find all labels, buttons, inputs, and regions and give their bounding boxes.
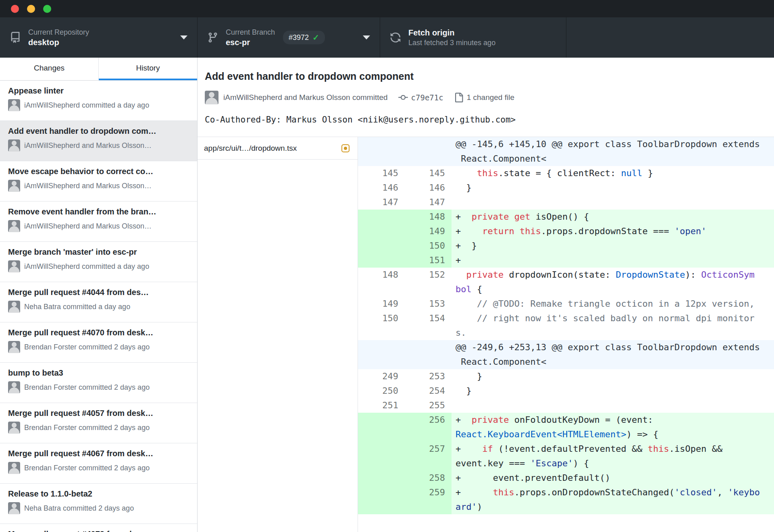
commit-title: Merge pull request #4067 from desk… <box>8 448 189 459</box>
commit-list-item[interactable]: Appease linter iAmWillShepherd committed… <box>0 81 197 121</box>
old-line-number <box>358 471 405 485</box>
old-line-number <box>358 340 405 369</box>
diff-row-context: 148152 private dropdownIcon(state: Dropd… <box>358 268 774 297</box>
new-line-number: 146 <box>405 181 452 195</box>
main-pane: Add event handler to dropdown component … <box>198 58 774 532</box>
tab-history[interactable]: History <box>99 58 197 80</box>
diff-code-line: } <box>452 181 774 195</box>
content: Changes History Appease linter iAmWillSh… <box>0 58 774 532</box>
current-repository-button[interactable]: Current Repository desktop <box>0 17 198 58</box>
avatar <box>8 502 20 514</box>
file-list-item[interactable]: app/src/ui/t…/dropdown.tsx <box>198 137 358 160</box>
ci-status-check-icon: ✓ <box>312 33 319 42</box>
commit-list-item[interactable]: Merge branch 'master' into esc-pr iAmWil… <box>0 242 197 282</box>
new-line-number <box>405 340 452 369</box>
diff-code-line: + private onFoldoutKeyDown = (event: Rea… <box>452 413 774 442</box>
new-line-number: 255 <box>405 398 452 413</box>
commit-meta-text: Neha Batra committed 2 days ago <box>24 504 134 513</box>
avatar <box>8 301 20 313</box>
avatar <box>8 139 20 152</box>
diff-code-line: // @TODO: Remake triangle octicon in a 1… <box>452 297 774 311</box>
fetch-origin-subtitle: Last fetched 3 minutes ago <box>408 38 495 48</box>
commit-meta-text: Neha Batra committed a day ago <box>24 303 130 311</box>
commit-title: Merge pull request #4072 from des… <box>8 529 189 532</box>
commit-committers: iAmWillShepherd and Markus Olsson commit… <box>223 93 388 102</box>
new-line-number: 254 <box>405 384 452 398</box>
titlebar <box>0 0 774 17</box>
commit-list-item[interactable]: Merge pull request #4057 from desk… Bren… <box>0 403 197 443</box>
avatar <box>8 260 20 272</box>
diff-code-line: this.state = { clientRect: null } <box>452 166 774 181</box>
diff-code-line: } <box>452 384 774 398</box>
fetch-origin-title: Fetch origin <box>408 27 495 38</box>
pr-number-badge[interactable]: #3972 ✓ <box>283 31 325 44</box>
diff-row-context: 250254 } <box>358 384 774 398</box>
diff-row-add: 148+ private get isOpen() { <box>358 210 774 224</box>
avatar <box>8 462 20 474</box>
repo-icon <box>10 32 21 43</box>
diff-row-context: 146146 } <box>358 181 774 195</box>
old-line-number: 249 <box>358 369 405 384</box>
avatar <box>8 422 20 434</box>
commit-list-item[interactable]: Add event handler to dropdown com… iAmWi… <box>0 121 197 161</box>
commit-meta: Brendan Forster committed 2 days ago <box>8 462 189 474</box>
diff-row-add: 259+ this.props.onDropdownStateChanged('… <box>358 485 774 514</box>
commit-detail-meta: iAmWillShepherd and Markus Olsson commit… <box>205 91 774 104</box>
new-line-number: 253 <box>405 369 452 384</box>
avatar <box>8 220 20 232</box>
diff-area: app/src/ui/t…/dropdown.tsx @@ -145,6 +14… <box>198 137 774 532</box>
file-path: app/src/ui/t…/dropdown.tsx <box>204 144 297 153</box>
new-line-number: 152 <box>405 268 452 297</box>
changed-files-count: 1 changed file <box>467 93 514 102</box>
avatar <box>8 381 20 393</box>
commit-list-item[interactable]: bump to beta3 Brendan Forster committed … <box>0 363 197 403</box>
new-line-number: 149 <box>405 224 452 239</box>
commit-list-item[interactable]: Merge pull request #4044 from des… Neha … <box>0 282 197 322</box>
fetch-origin-button[interactable]: Fetch origin Last fetched 3 minutes ago <box>380 17 566 58</box>
old-line-number <box>358 210 405 224</box>
commit-description: Co-Authored-By: Markus Olsson <niik@user… <box>205 115 774 125</box>
new-line-number: 259 <box>405 485 452 514</box>
current-repository-label: Current Repository <box>28 27 89 37</box>
old-line-number <box>358 442 405 471</box>
tab-changes[interactable]: Changes <box>0 58 99 80</box>
old-line-number: 145 <box>358 166 405 181</box>
commit-title: Merge pull request #4070 from desk… <box>8 327 189 338</box>
diff-row-add: 151+ <box>358 253 774 268</box>
commit-list-item[interactable]: Move escape behavior to correct co… iAmW… <box>0 161 197 202</box>
diff-row-add: 150+ } <box>358 239 774 253</box>
diff-code-line: + if (!event.defaultPrevented && this.is… <box>452 442 774 471</box>
commit-sha: c79e71c <box>411 93 443 102</box>
diff-row-hunk: @@ -249,6 +253,13 @@ export class Toolba… <box>358 340 774 369</box>
chevron-down-icon <box>180 35 187 39</box>
git-branch-icon <box>207 32 218 43</box>
diff-code-line: + private get isOpen() { <box>452 210 774 224</box>
current-branch-button[interactable]: Current Branch esc-pr #3972 ✓ <box>198 17 380 58</box>
diff-code-line: + event.preventDefault() <box>452 471 774 485</box>
git-commit-icon <box>398 93 408 102</box>
zoom-window-button[interactable] <box>43 5 51 13</box>
commit-list: Appease linter iAmWillShepherd committed… <box>0 81 197 532</box>
new-line-number: 258 <box>405 471 452 485</box>
commit-list-item[interactable]: Merge pull request #4072 from des… Brend… <box>0 524 197 532</box>
old-line-number: 148 <box>358 268 405 297</box>
commit-meta: iAmWillShepherd committed a day ago <box>8 99 189 111</box>
diff-code-line: private dropdownIcon(state: DropdownStat… <box>452 268 774 297</box>
diff-code-line: + return this.props.dropdownState === 'o… <box>452 224 774 239</box>
commit-list-item[interactable]: Merge pull request #4067 from desk… Bren… <box>0 443 197 484</box>
commit-detail-title: Add event handler to dropdown component <box>205 70 774 83</box>
commit-meta: Neha Batra committed 2 days ago <box>8 502 189 514</box>
commit-list-item[interactable]: Remove event handler from the bran… iAmW… <box>0 202 197 242</box>
diff-code-line <box>452 195 774 210</box>
commit-meta: iAmWillShepherd and Markus Olsson… <box>8 220 189 232</box>
close-window-button[interactable] <box>11 5 19 13</box>
diff-row-context: 147147 <box>358 195 774 210</box>
commit-title: Move escape behavior to correct co… <box>8 166 189 177</box>
commit-list-item[interactable]: Release to 1.1.0-beta2 Neha Batra commit… <box>0 484 197 524</box>
minimize-window-button[interactable] <box>27 5 35 13</box>
commit-title: bump to beta3 <box>8 368 189 378</box>
diff-code-line: @@ -249,6 +253,13 @@ export class Toolba… <box>452 340 774 369</box>
commit-list-item[interactable]: Merge pull request #4070 from desk… Bren… <box>0 322 197 363</box>
new-line-number <box>405 137 452 166</box>
diff-view: @@ -145,6 +145,10 @@ export class Toolba… <box>358 137 774 532</box>
